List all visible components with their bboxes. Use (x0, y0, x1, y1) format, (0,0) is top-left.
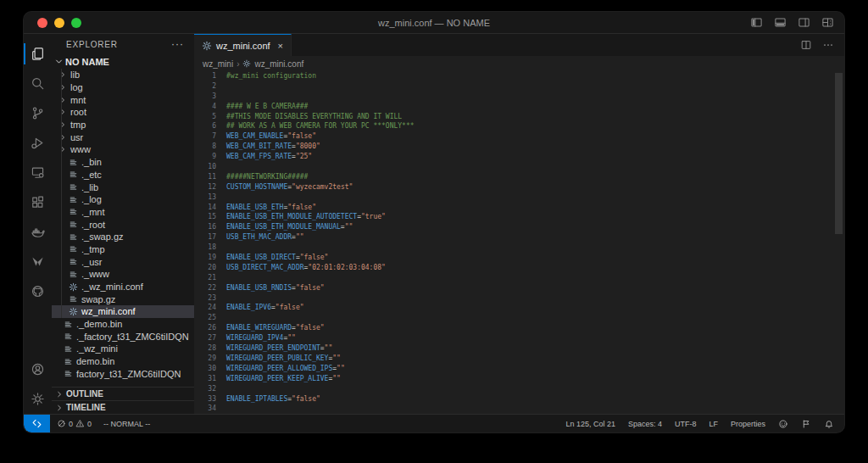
file-lines-icon (69, 294, 78, 304)
activity-settings[interactable] (24, 384, 52, 414)
tree-item-mnt[interactable]: ._mnt (52, 206, 194, 219)
line-number: 34 (194, 404, 216, 414)
tree-item-wz-mini-conf[interactable]: ._wz_mini.conf (52, 281, 194, 293)
tree-item-tmp[interactable]: tmp (52, 119, 194, 131)
split-editor-button[interactable] (800, 39, 812, 51)
file-lines-icon (64, 320, 73, 329)
code-line-10: 10 (194, 162, 844, 172)
split-editor-icon (800, 39, 812, 51)
editor-scrollbar[interactable] (835, 73, 843, 234)
code-line-28: 28WIREGUARD_PEER_ENDPOINT="" (194, 343, 844, 354)
activity-docker[interactable] (24, 217, 52, 247)
status-flag-button[interactable] (801, 419, 811, 429)
status-bell-button[interactable] (824, 419, 834, 429)
activity-search[interactable] (24, 69, 52, 98)
toggle-panel-button[interactable] (774, 16, 787, 29)
toggle-secondary-sidebar-icon (798, 16, 810, 29)
tree-item-demo-bin[interactable]: ._demo.bin (52, 318, 194, 331)
code-line-4: 4#### W E B CAMERA### (194, 102, 844, 112)
sidebar-more-actions-button[interactable]: ··· (171, 38, 184, 50)
status-indentation[interactable]: Spaces: 4 (628, 420, 662, 428)
status-feedback-smiley-button[interactable] (778, 419, 788, 429)
tree-item-factory-t31-zmc6tiidqn[interactable]: ._factory_t31_ZMC6tiIDQN (52, 330, 194, 343)
breadcrumb-file[interactable]: wz_mini.conf (254, 59, 303, 69)
breadcrumb-folder[interactable]: wz_mini (203, 59, 233, 69)
tree-item-bin[interactable]: ._bin (52, 156, 194, 169)
problems-button[interactable]: 0 0 (57, 419, 92, 428)
more-actions-icon (822, 39, 834, 51)
line-number: 8 (194, 142, 216, 152)
code-line-27: 27WIREGUARD_IPV4="" (194, 333, 844, 343)
tree-item-etc[interactable]: ._etc (52, 169, 194, 181)
title-bar: wz_mini.conf — NO NAME (24, 12, 844, 34)
warning-icon (75, 419, 85, 428)
tree-item-demo-bin[interactable]: demo.bin (52, 355, 194, 368)
tree-item-log[interactable]: log (52, 81, 194, 94)
line-number: 33 (194, 394, 216, 404)
tree-item-swap-gz[interactable]: ._swap.gz (52, 231, 194, 243)
tree-item-log[interactable]: ._log (52, 193, 194, 206)
file-lines-icon (69, 244, 78, 254)
line-number: 16 (194, 222, 216, 232)
sidebar-title: EXPLORER (66, 40, 118, 49)
code-line-18: 18 (194, 243, 844, 253)
tree-item-tmp[interactable]: ._tmp (52, 243, 194, 256)
file-lines-icon (69, 270, 78, 279)
tree-item-root[interactable]: root (52, 106, 194, 119)
activity-source-control[interactable] (24, 98, 52, 128)
line-number: 13 (194, 192, 216, 203)
activity-explorer[interactable] (24, 39, 52, 69)
file-lines-icon (69, 207, 78, 216)
activity-accounts[interactable] (24, 354, 52, 384)
feedback-smiley-icon (778, 419, 788, 429)
tree-item-www[interactable]: ._www (52, 268, 194, 281)
tab-wz-mini-conf[interactable]: wz_mini.conf × (194, 34, 292, 56)
activity-github[interactable] (24, 276, 52, 306)
line-number: 11 (194, 172, 216, 182)
remote-indicator-button[interactable] (24, 415, 50, 432)
tree-item-root[interactable]: ._root (52, 218, 194, 231)
line-number: 17 (194, 232, 216, 243)
tree-item-wz-mini[interactable]: ._wz_mini (52, 343, 194, 355)
toggle-secondary-sidebar-button[interactable] (798, 16, 810, 29)
tree-item-www[interactable]: www (52, 143, 194, 156)
status-language-mode[interactable]: Properties (731, 420, 765, 428)
panel-outline[interactable]: OUTLINE (52, 387, 194, 400)
status-encoding[interactable]: UTF-8 (675, 420, 697, 428)
warning-count: 0 (87, 420, 92, 428)
activity-wings-extension[interactable] (24, 247, 52, 276)
code-line-21: 21 (194, 273, 844, 283)
editor-more-actions-button[interactable] (822, 39, 834, 51)
tree-item-lib[interactable]: ._lib (52, 181, 194, 193)
tree-item-usr[interactable]: ._usr (52, 255, 194, 268)
line-number: 5 (194, 112, 216, 122)
line-number: 19 (194, 253, 216, 263)
tree-item-wz-mini-conf[interactable]: wz_mini.conf (52, 305, 194, 318)
code-line-14: 14ENABLE_USB_ETH="false" (194, 203, 844, 213)
status-cursor-position[interactable]: Ln 125, Col 21 (565, 420, 615, 428)
error-icon (57, 419, 66, 428)
panel-timeline[interactable]: TIMELINE (52, 400, 194, 414)
chevron-right-icon (58, 70, 67, 79)
tree-item-mnt[interactable]: mnt (52, 93, 194, 106)
activity-extensions[interactable] (24, 187, 52, 217)
workspace-section-header[interactable]: NO NAME (52, 54, 194, 69)
code-editor[interactable]: 1#wz_mini configuration234#### W E B CAM… (194, 71, 844, 414)
activity-remote-explorer[interactable] (24, 158, 52, 187)
remote-icon (31, 418, 42, 429)
tree-item-swap-gz[interactable]: swap.gz (52, 293, 194, 305)
activity-run-debug[interactable] (24, 128, 52, 158)
tree-item-factory-t31-zmc6tiidqn[interactable]: factory_t31_ZMC6tiIDQN (52, 368, 194, 381)
tree-item-lib[interactable]: lib (52, 69, 194, 81)
toggle-primary-sidebar-button[interactable] (750, 16, 763, 29)
chevron-right-icon (58, 133, 67, 142)
tab-close-icon[interactable]: × (278, 41, 283, 51)
line-number: 20 (194, 263, 216, 273)
workbench-body: EXPLORER ··· NO NAME liblogmntroottmpusr… (24, 34, 844, 414)
code-line-2: 2 (194, 81, 844, 92)
customize-layout-button[interactable] (821, 16, 834, 29)
tree-item-usr[interactable]: usr (52, 131, 194, 143)
code-line-34: 34 (194, 404, 844, 414)
status-bar: 0 0 -- NORMAL -- Ln 125, Col 21Spaces: 4… (24, 414, 844, 432)
status-eol[interactable]: LF (709, 420, 718, 428)
